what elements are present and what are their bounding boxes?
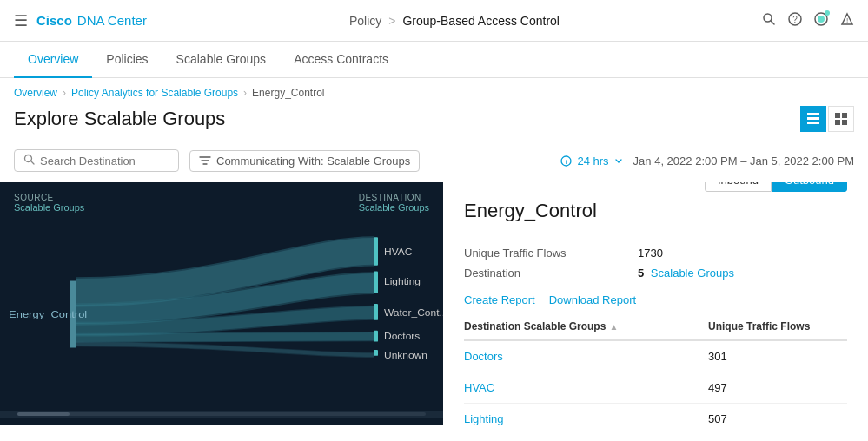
list-view-button[interactable] [800, 106, 826, 132]
viz-labels: SOURCE Scalable Groups DESTINATION Scala… [0, 182, 443, 218]
tab-overview[interactable]: Overview [14, 42, 92, 78]
table-row: Lighting 507 [464, 404, 847, 425]
svg-rect-7 [807, 113, 819, 115]
page-title: Explore Scalable Groups [14, 108, 225, 130]
svg-rect-21 [374, 304, 378, 320]
grid-view-button[interactable] [828, 106, 854, 132]
create-report-link[interactable]: Create Report [464, 293, 535, 306]
menu-icon[interactable]: ☰ [14, 11, 28, 30]
download-report-link[interactable]: Download Report [549, 293, 636, 306]
header-left: ☰ Cisco DNA Center [14, 11, 147, 30]
action-links: Create Report Download Report [464, 293, 847, 306]
svg-text:Lighting: Lighting [384, 277, 421, 286]
dna-brand-text: DNA Center [77, 13, 147, 28]
filter-button[interactable]: Communicating With: Scalable Groups [189, 150, 420, 172]
stats-grid: Unique Traffic Flows 1730 Destination 5 … [464, 247, 847, 280]
cisco-brand-text: Cisco [36, 13, 72, 28]
notification-icon[interactable] [814, 12, 828, 30]
table-row: HVAC 497 [464, 372, 847, 404]
svg-text:!: ! [846, 16, 848, 24]
svg-point-5 [818, 16, 825, 23]
scrollbar-track [17, 412, 426, 416]
outbound-button[interactable]: Outbound [772, 182, 847, 192]
main-content: SOURCE Scalable Groups DESTINATION Scala… [0, 182, 868, 425]
time-range-value: 24 hrs [577, 155, 608, 168]
col-flows-label: Unique Traffic Flows [708, 320, 810, 332]
svg-rect-13 [842, 120, 847, 125]
svg-rect-10 [835, 113, 840, 118]
search-box[interactable] [14, 149, 179, 172]
viz-panel: SOURCE Scalable Groups DESTINATION Scala… [0, 182, 443, 425]
time-range-selector[interactable]: i 24 hrs [560, 155, 622, 168]
svg-line-15 [31, 161, 35, 165]
view-toggle [800, 106, 854, 132]
dest-section: DESTINATION Scalable Groups [359, 193, 429, 213]
scalable-groups-link[interactable]: Scalable Groups [651, 267, 734, 280]
svg-text:?: ? [792, 15, 798, 24]
svg-rect-19 [374, 237, 378, 265]
traffic-table: Destination Scalable Groups ▲ Unique Tra… [464, 320, 847, 425]
svg-text:Water_Cont...: Water_Cont... [384, 308, 443, 318]
tab-scalable-groups[interactable]: Scalable Groups [162, 42, 281, 78]
dest-label: DESTINATION [359, 193, 429, 202]
breadcrumb-overview[interactable]: Overview [14, 87, 57, 99]
breadcrumb-policy-analytics[interactable]: Policy Analytics for Scalable Groups [71, 87, 238, 99]
destination-count: 5 [638, 267, 644, 280]
svg-rect-22 [374, 331, 378, 342]
sankey-diagram: HVAC Lighting Water_Cont... Doctors Unkn… [0, 218, 443, 411]
group-name-title: Energy_Control [464, 200, 597, 222]
nav-policy: Policy [349, 14, 381, 28]
breadcrumb-current: Energy_Control [252, 87, 324, 99]
inbound-button[interactable]: Inbound [705, 182, 772, 192]
row-lighting-name[interactable]: Lighting [464, 412, 708, 425]
time-range-chevron [614, 156, 623, 165]
svg-rect-23 [374, 350, 378, 356]
svg-rect-12 [835, 120, 840, 125]
nav-arrow: > [388, 14, 395, 28]
search-destination-input[interactable] [40, 155, 169, 168]
help-icon[interactable]: ? [788, 12, 802, 30]
table-header: Destination Scalable Groups ▲ Unique Tra… [464, 320, 847, 341]
table-row: Doctors 301 [464, 341, 847, 372]
svg-rect-20 [374, 271, 378, 293]
row-hvac-name[interactable]: HVAC [464, 381, 708, 394]
scrollbar-thumb [17, 412, 70, 416]
tabs-bar: Overview Policies Scalable Groups Access… [0, 42, 868, 78]
svg-text:Doctors: Doctors [384, 332, 421, 341]
destination-value: 5 Scalable Groups [638, 267, 847, 280]
svg-rect-8 [807, 117, 819, 120]
row-doctors-flows: 301 [708, 350, 847, 363]
filter-label: Communicating With: Scalable Groups [216, 155, 410, 168]
search-field-icon [23, 154, 35, 168]
viz-scrollbar[interactable] [0, 411, 443, 418]
traffic-flows-value: 1730 [638, 247, 847, 260]
tab-access-contracts[interactable]: Access Contracts [280, 42, 402, 78]
search-icon[interactable] [762, 12, 776, 30]
sankey-svg: HVAC Lighting Water_Cont... Doctors Unkn… [0, 218, 443, 411]
dest-sublabel: Scalable Groups [359, 202, 429, 213]
source-section: SOURCE Scalable Groups [14, 193, 84, 213]
cisco-logo: Cisco DNA Center [36, 13, 147, 28]
breadcrumb-sep-2: › [243, 87, 247, 99]
info-panel: Energy_Control Inbound Outbound Unique T… [443, 182, 868, 425]
header-icons: ? ! [762, 12, 854, 30]
svg-rect-9 [807, 122, 819, 124]
svg-text:Energy_Control: Energy_Control [9, 309, 87, 320]
breadcrumb: Overview › Policy Analytics for Scalable… [0, 78, 868, 102]
col-dest-label: Destination Scalable Groups [464, 320, 606, 332]
alert-icon[interactable]: ! [840, 12, 854, 30]
tab-policies[interactable]: Policies [92, 42, 162, 78]
date-range-display: Jan 4, 2022 2:00 PM – Jan 5, 2022 2:00 P… [633, 155, 854, 168]
source-label: SOURCE [14, 193, 84, 202]
col-header-destination: Destination Scalable Groups ▲ [464, 320, 708, 332]
row-lighting-flows: 507 [708, 412, 847, 425]
row-doctors-name[interactable]: Doctors [464, 350, 708, 363]
nav-current: Group-Based Access Control [402, 14, 560, 28]
svg-rect-11 [842, 113, 847, 118]
row-hvac-flows: 497 [708, 381, 847, 394]
svg-text:HVAC: HVAC [384, 247, 412, 257]
breadcrumb-sep-1: › [63, 87, 66, 99]
header: ☰ Cisco DNA Center Policy > Group-Based … [0, 0, 868, 42]
sort-icon-destination[interactable]: ▲ [609, 322, 618, 332]
page-header: Explore Scalable Groups [0, 102, 868, 142]
